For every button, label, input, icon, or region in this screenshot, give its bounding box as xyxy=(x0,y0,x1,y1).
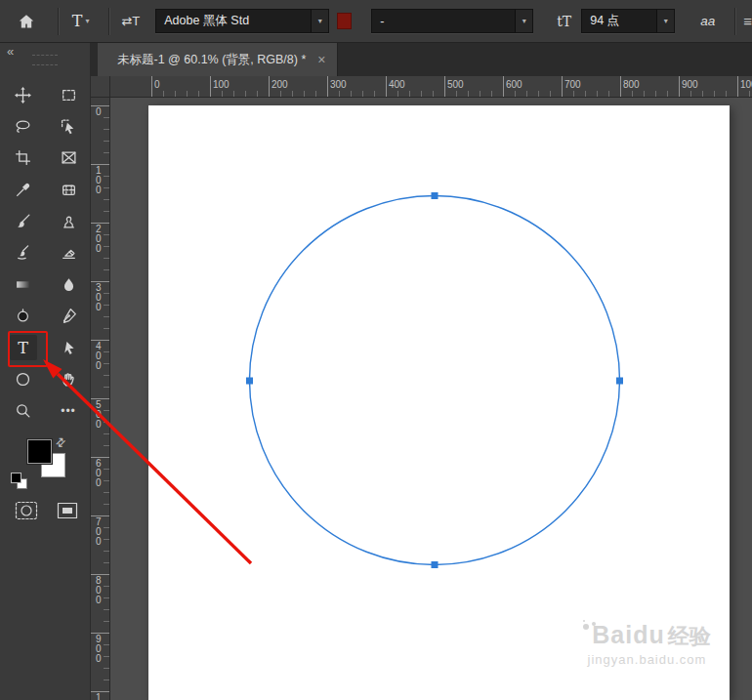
crop-tool[interactable] xyxy=(10,145,37,171)
screen-mode-icon xyxy=(56,500,79,521)
ellipse-icon xyxy=(15,371,31,388)
document-tab[interactable]: 未标题-1 @ 60.1% (背景, RGB/8) * × xyxy=(98,43,338,76)
ruler-label: 800 xyxy=(623,79,640,90)
tool-grid: T ••• xyxy=(0,82,91,430)
magnifier-icon xyxy=(15,402,31,419)
close-tab-icon[interactable]: × xyxy=(317,53,325,66)
pen-tool[interactable] xyxy=(55,304,82,329)
home-icon xyxy=(18,13,35,30)
default-colors-button[interactable] xyxy=(11,473,27,489)
path-selection-tool[interactable] xyxy=(55,335,82,360)
ruler-label: 0 xyxy=(154,79,160,90)
document-canvas[interactable]: Baidu 经验 jingyan.baidu.com xyxy=(148,105,730,700)
font-size-dropdown-button[interactable]: ▾ xyxy=(656,10,674,32)
collapse-panel-button[interactable]: « xyxy=(7,44,13,59)
clone-stamp-tool[interactable] xyxy=(55,209,82,234)
quick-mask-button[interactable] xyxy=(13,498,40,523)
watermark: Baidu 经验 jingyan.baidu.com xyxy=(566,621,728,667)
font-warning-box xyxy=(337,13,352,29)
document-tab-bar: 未标题-1 @ 60.1% (背景, RGB/8) * × xyxy=(91,43,752,76)
alignment-icon[interactable]: ≡ xyxy=(743,13,752,29)
selection-cursor-icon xyxy=(61,118,77,135)
ruler-label: 400 xyxy=(96,342,104,371)
history-brush-tool[interactable] xyxy=(10,240,37,266)
font-style-value[interactable]: - xyxy=(372,15,515,28)
zoom-tool[interactable] xyxy=(10,398,37,424)
toolbar-panel: « xyxy=(0,43,91,700)
options-bar: T ▾ ⇄T Adobe 黑体 Std ▾ - ▾ tT 94 点 ▾ aa ≡ xyxy=(0,0,752,43)
tool-preset-picker[interactable]: T ▾ xyxy=(72,12,90,30)
lasso-tool[interactable] xyxy=(10,113,37,139)
watermark-domain: jingyan.baidu.com xyxy=(566,652,728,667)
history-brush-icon xyxy=(15,244,31,261)
brush-icon xyxy=(15,213,31,229)
default-foreground-icon xyxy=(11,473,21,483)
separator xyxy=(58,8,59,35)
annotation-highlight-box xyxy=(8,331,48,367)
eraser-tool[interactable] xyxy=(55,240,82,266)
patch-icon xyxy=(61,182,77,198)
chevron-down-icon: ▾ xyxy=(664,17,668,25)
text-orientation-icon[interactable]: ⇄T xyxy=(121,14,140,28)
chevron-down-icon: ▾ xyxy=(318,17,322,25)
foreground-color-swatch[interactable] xyxy=(27,439,52,464)
hand-tool[interactable] xyxy=(55,367,82,392)
swap-colors-icon[interactable]: ⇄ xyxy=(53,433,69,450)
quick-selection-tool[interactable] xyxy=(55,113,82,139)
eyedropper-tool[interactable] xyxy=(10,177,37,202)
move-icon xyxy=(15,87,31,103)
pen-icon xyxy=(61,308,77,324)
panel-grip xyxy=(32,55,58,65)
ruler-label: 800 xyxy=(96,576,104,605)
font-size-select[interactable]: 94 点 ▾ xyxy=(581,9,675,33)
ruler-label: 100 xyxy=(213,79,230,90)
ruler-corner[interactable] xyxy=(91,76,110,98)
patch-tool[interactable] xyxy=(55,177,82,202)
eraser-icon xyxy=(61,244,77,261)
ruler-label: 1000 xyxy=(740,79,752,90)
ruler-label: 600 xyxy=(96,459,104,488)
font-size-icon: tT xyxy=(557,14,571,29)
edit-toolbar-button[interactable]: ••• xyxy=(55,398,82,424)
font-family-value[interactable]: Adobe 黑体 Std xyxy=(156,13,311,29)
gradient-icon xyxy=(15,276,31,293)
stamp-icon xyxy=(61,213,77,229)
font-family-select[interactable]: Adobe 黑体 Std ▾ xyxy=(155,9,329,33)
watermark-suffix: 经验 xyxy=(668,622,711,651)
ruler-label: 200 xyxy=(272,79,288,90)
vertical-ruler[interactable]: 0 100 200 300 400 500 600 700 800 900 10… xyxy=(91,98,110,700)
more-dots-icon: ••• xyxy=(61,404,76,418)
ruler-label: 0 xyxy=(96,107,104,117)
blur-tool[interactable] xyxy=(55,271,82,297)
ruler-label: 600 xyxy=(506,79,522,90)
ruler-label: 400 xyxy=(389,79,405,90)
anti-alias-icon[interactable]: aa xyxy=(700,14,715,28)
document-tab-title: 未标题-1 @ 60.1% (背景, RGB/8) * xyxy=(117,52,306,68)
home-button[interactable] xyxy=(16,9,38,34)
eyedropper-icon xyxy=(15,182,31,198)
brush-tool[interactable] xyxy=(10,209,37,234)
move-tool[interactable] xyxy=(10,82,37,107)
frame-icon xyxy=(61,149,77,166)
ruler-label: 500 xyxy=(447,79,464,90)
frame-tool[interactable] xyxy=(55,145,82,171)
ellipse-tool[interactable] xyxy=(10,367,37,392)
horizontal-ruler[interactable]: 0 100 200 300 400 500 600 700 800 900 10… xyxy=(110,76,752,98)
screen-mode-button[interactable] xyxy=(54,498,81,523)
baidu-logo-icon xyxy=(583,624,589,630)
gradient-tool[interactable] xyxy=(10,271,37,297)
font-size-value[interactable]: 94 点 xyxy=(582,13,656,29)
ruler-label: 900 xyxy=(96,635,104,664)
marquee-icon xyxy=(61,87,77,103)
ruler-label: 200 xyxy=(96,225,104,254)
chevron-down-icon: ▾ xyxy=(85,17,89,25)
rectangular-marquee-tool[interactable] xyxy=(55,82,82,107)
font-family-dropdown-button[interactable]: ▾ xyxy=(311,10,328,32)
ruler-label: 700 xyxy=(96,517,104,547)
font-style-select[interactable]: - ▾ xyxy=(371,9,533,33)
dodge-tool[interactable] xyxy=(10,304,37,329)
hand-icon xyxy=(61,371,77,388)
chevron-down-icon: ▾ xyxy=(522,17,526,25)
font-style-dropdown-button[interactable]: ▾ xyxy=(515,10,532,32)
ruler-label: 700 xyxy=(564,79,581,90)
